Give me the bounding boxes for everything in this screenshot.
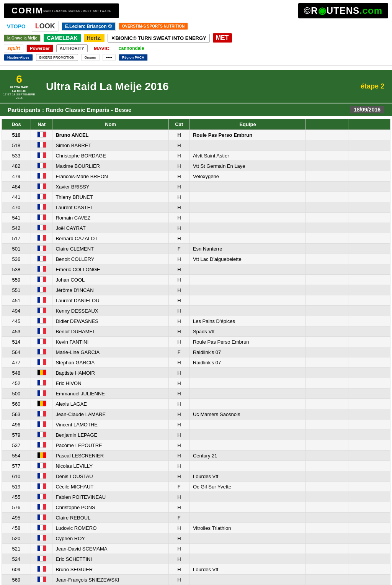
table-row: 519 Cécile MICHAUT F Oc Gif Sur Yvette	[2, 482, 390, 492]
cell-extra1	[306, 554, 348, 564]
cell-cat: H	[168, 564, 189, 575]
cell-extra2	[348, 533, 390, 544]
cell-dos: 479	[2, 171, 31, 182]
flag-fr	[37, 245, 46, 251]
cell-dos: 451	[2, 295, 31, 306]
cell-extra1	[306, 440, 348, 451]
table-row: 518 Simon BARRET H	[2, 140, 390, 151]
table-row: 451 Laurent DANIELOU H	[2, 295, 390, 306]
cell-nom: Marie-Line GARCIA	[52, 347, 168, 357]
flag-fr	[37, 473, 46, 479]
cell-equipe	[189, 295, 305, 306]
cell-equipe	[189, 233, 305, 244]
cell-extra2	[348, 419, 390, 430]
cell-extra2	[348, 171, 390, 182]
flag-fr	[37, 152, 46, 158]
table-row: 484 Xavier BRISSY H	[2, 182, 390, 192]
event-etape: étape 2	[353, 70, 392, 103]
cell-dos: 560	[2, 399, 31, 409]
cell-nat	[31, 399, 52, 409]
cell-extra2	[348, 233, 390, 244]
cell-equipe	[189, 399, 305, 409]
cell-equipe: Spads Vtt	[189, 326, 305, 337]
flag-fr	[37, 204, 46, 210]
cell-extra2	[348, 130, 390, 140]
cell-cat: H	[168, 161, 189, 171]
met-logo: MET	[213, 33, 232, 43]
cell-equipe	[189, 430, 305, 440]
cell-extra1	[306, 306, 348, 316]
cell-equipe	[189, 492, 305, 502]
table-row: 521 Jean-David SCEMAMA H	[2, 544, 390, 554]
col-header-equipe: Equipe	[189, 119, 305, 130]
sponsor-row-4: squirt PowerBar AUTHORITY MAVIC cannonda…	[4, 44, 388, 52]
table-row: 477 Stephan GARCIA H Raidlink's 07	[2, 357, 390, 368]
cell-cat: H	[168, 544, 189, 554]
table-row: 520 Cyprien ROY H	[2, 533, 390, 544]
cell-cat: H	[168, 461, 189, 471]
cell-cat: H	[168, 533, 189, 544]
cell-equipe: Raidlink's 07	[189, 347, 305, 357]
table-row: 524 Eric SCHETTINI H	[2, 554, 390, 564]
cell-dos: 500	[2, 388, 31, 399]
table-header-row: Dos Nat Nom Cat Equipe	[2, 119, 390, 130]
cell-nat	[31, 388, 52, 399]
cell-nom: Laurent CASTEL	[52, 202, 168, 213]
flag-fr	[37, 576, 46, 582]
event-title: Ultra Raid La Meije 2016	[38, 70, 353, 103]
cell-dos: 579	[2, 430, 31, 440]
cell-nat	[31, 151, 52, 161]
cell-nat	[31, 492, 52, 502]
cell-extra2	[348, 326, 390, 337]
cell-nat	[31, 533, 52, 544]
table-row: 564 Marie-Line GARCIA F Raidlink's 07	[2, 347, 390, 357]
cell-extra2	[348, 285, 390, 295]
cell-nom: Cyprien ROY	[52, 533, 168, 544]
table-row: 610 Denis LOUSTAU H Lourdes Vtt	[2, 471, 390, 482]
table-row: 551 Jérôme D'INCAN H	[2, 285, 390, 295]
cell-cat: F	[168, 244, 189, 254]
cell-extra2	[348, 213, 390, 223]
cell-extra2	[348, 368, 390, 378]
flag-fr	[37, 390, 46, 396]
col-header-nom: Nom	[52, 119, 168, 130]
lagrave-logo: la Grave la Meije	[4, 34, 41, 42]
cell-nom: Benoit DUHAMEL	[52, 326, 168, 337]
table-row: 501 Claire CLEMENT F Esn Nanterre	[2, 244, 390, 254]
flag-fr	[37, 411, 46, 417]
cell-equipe: Lourdes Vtt	[189, 471, 305, 482]
cell-nom: Baptiste HAMOIR	[52, 368, 168, 378]
flag-fr	[37, 462, 46, 469]
cell-extra1	[306, 419, 348, 430]
cell-nom: Xavier BRISSY	[52, 182, 168, 192]
cell-extra1	[306, 326, 348, 337]
look-logo: LOOK	[32, 21, 59, 32]
cell-nom: Cécile MICHAUT	[52, 482, 168, 492]
flag-fr	[37, 256, 46, 262]
cell-nom: Jean-David SCEMAMA	[52, 544, 168, 554]
flag-fr	[37, 442, 46, 448]
routens-logo: ©R◉UTENS.com	[298, 3, 388, 18]
flag-fr	[37, 224, 46, 231]
cell-dos: 524	[2, 554, 31, 564]
misc-logo-1: ●●●	[103, 54, 116, 61]
cell-cat: H	[168, 306, 189, 316]
cell-extra2	[348, 523, 390, 533]
cell-nom: Thierry BRUNET	[52, 192, 168, 202]
flag-fr	[37, 193, 46, 200]
flag-be	[37, 452, 46, 458]
table-row: 537 Pacôme LEPOUTRE H	[2, 440, 390, 451]
cell-cat: H	[168, 326, 189, 337]
cell-nat	[31, 161, 52, 171]
cell-nom: Claire REBOUL	[52, 513, 168, 523]
table-row: 494 Kenny DESSEAUX H	[2, 306, 390, 316]
cell-dos: 455	[2, 492, 31, 502]
cell-equipe: Lourdes Vtt	[189, 564, 305, 575]
corim-logo: CORIM MAINTENANCE MANAGEMENT SOFTWARE	[4, 3, 119, 18]
cell-nat	[31, 254, 52, 264]
cell-nat	[31, 523, 52, 533]
cell-extra2	[348, 399, 390, 409]
cell-extra2	[348, 430, 390, 440]
cell-cat: H	[168, 182, 189, 192]
cell-extra1	[306, 233, 348, 244]
